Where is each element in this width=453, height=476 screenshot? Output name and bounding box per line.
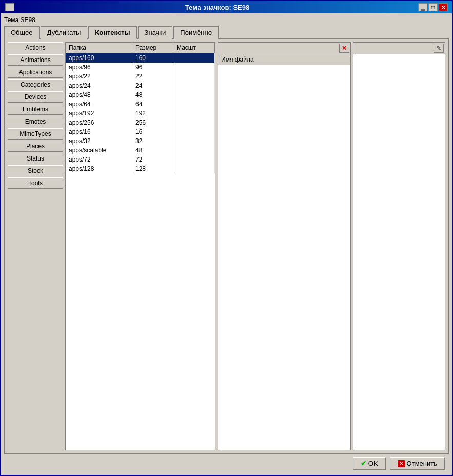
table-row[interactable]: apps/2424 [66, 81, 215, 90]
cell-size: 160 [132, 53, 173, 63]
cell-size: 128 [132, 164, 173, 173]
cell-folder: apps/22 [66, 72, 132, 81]
window-label: Тема SE98 [4, 16, 449, 24]
cell-folder: apps/scalable [66, 146, 132, 155]
thumbnail-content [353, 54, 445, 450]
content-area: Тема SE98 Общее Дубликаты Контексты Знач… [1, 13, 452, 475]
cell-folder: apps/48 [66, 90, 132, 100]
table-row[interactable]: apps/7272 [66, 155, 215, 164]
cell-folder: apps/128 [66, 164, 132, 173]
tab-contexts[interactable]: Контексты [88, 26, 136, 39]
tab-named[interactable]: Поимённо [173, 26, 219, 39]
main-area: Actions Animations Applications Categori… [8, 42, 445, 450]
table-row[interactable]: apps/scalable48 [66, 146, 215, 155]
folder-table: Папка Размер Масшт apps/160160apps/9696a… [65, 42, 215, 450]
cell-folder: apps/64 [66, 100, 132, 109]
cell-folder: apps/96 [66, 63, 132, 72]
cell-size: 96 [132, 63, 173, 72]
cell-size: 72 [132, 155, 173, 164]
cell-folder: apps/16 [66, 127, 132, 136]
cell-size: 32 [132, 136, 173, 146]
cell-size: 48 [132, 90, 173, 100]
ok-icon: ✔ [361, 460, 366, 467]
sidebar-item-stock[interactable]: Stock [8, 165, 63, 176]
cell-folder: apps/24 [66, 81, 132, 90]
sidebar-item-categories[interactable]: Categories [8, 79, 63, 90]
cell-size: 22 [132, 72, 173, 81]
tab-duplicates[interactable]: Дубликаты [41, 26, 88, 39]
table-body: apps/160160apps/9696apps/2222apps/2424ap… [66, 53, 215, 450]
titlebar-controls: ▁ □ ✕ [418, 3, 448, 11]
cell-scale [173, 63, 215, 72]
titlebar: Тема значков: SE98 ▁ □ ✕ [1, 1, 452, 13]
cell-size: 192 [132, 109, 173, 118]
maximize-button[interactable]: □ [428, 3, 438, 11]
sidebar-item-mimetypes[interactable]: MimeTypes [8, 128, 63, 140]
table-row[interactable]: apps/9696 [66, 63, 215, 72]
table-row[interactable]: apps/3232 [66, 136, 215, 146]
ok-button[interactable]: ✔ OK [353, 457, 386, 470]
thumbnail-toolbar: ✎ [353, 43, 445, 54]
ok-label: OK [368, 460, 378, 467]
cell-folder: apps/192 [66, 109, 132, 118]
file-header: Имя файла [218, 54, 350, 65]
cell-scale [173, 155, 215, 164]
tab-icons[interactable]: Значки [138, 26, 173, 39]
cell-size: 48 [132, 146, 173, 155]
clear-icon: ✕ [342, 45, 347, 52]
window-icon [5, 3, 14, 11]
thumbnail-panel: ✎ [353, 42, 445, 450]
cell-scale [173, 109, 215, 118]
table-row[interactable]: apps/1616 [66, 127, 215, 136]
clear-button[interactable]: ✕ [339, 44, 349, 53]
table-row[interactable]: apps/160160 [66, 53, 215, 63]
col-header-folder: Папка [66, 43, 132, 53]
cell-scale [173, 146, 215, 155]
sidebar-item-animations[interactable]: Animations [8, 54, 63, 66]
col-header-size: Размер [132, 43, 173, 53]
edit-icon-button[interactable]: ✎ [434, 44, 444, 53]
file-toolbar: ✕ [218, 43, 350, 54]
sidebar-item-devices[interactable]: Devices [8, 91, 63, 103]
tab-panel-contexts: Actions Animations Applications Categori… [4, 38, 449, 454]
tab-general[interactable]: Общее [4, 26, 40, 39]
cancel-button[interactable]: ✕ Отменить [390, 457, 445, 470]
cell-scale [173, 136, 215, 146]
file-panel: ✕ Имя файла [218, 42, 351, 450]
cancel-icon: ✕ [398, 460, 405, 467]
cell-scale [173, 81, 215, 90]
cell-scale [173, 90, 215, 100]
table-row[interactable]: apps/4848 [66, 90, 215, 100]
table-row[interactable]: apps/6464 [66, 100, 215, 109]
cell-size: 16 [132, 127, 173, 136]
cell-scale [173, 100, 215, 109]
cell-scale [173, 127, 215, 136]
sidebar-item-status[interactable]: Status [8, 153, 63, 164]
sidebar-item-actions[interactable]: Actions [8, 42, 63, 53]
minimize-button[interactable]: ▁ [418, 3, 427, 11]
sidebar-item-applications[interactable]: Applications [8, 67, 63, 78]
edit-icon: ✎ [436, 45, 441, 52]
col-header-scale: Масшт [173, 43, 215, 53]
sidebar-item-emotes[interactable]: Emotes [8, 116, 63, 127]
cell-folder: apps/32 [66, 136, 132, 146]
cell-folder: apps/72 [66, 155, 132, 164]
bottom-bar: ✔ OK ✕ Отменить [4, 454, 449, 472]
table-row[interactable]: apps/2222 [66, 72, 215, 81]
cell-scale [173, 118, 215, 127]
cell-size: 24 [132, 81, 173, 90]
table-row[interactable]: apps/256256 [66, 118, 215, 127]
table-row[interactable]: apps/128128 [66, 164, 215, 173]
window-title: Тема значков: SE98 [16, 4, 418, 11]
table-row[interactable]: apps/192192 [66, 109, 215, 118]
cell-scale [173, 53, 215, 63]
close-button[interactable]: ✕ [439, 3, 448, 11]
cell-scale [173, 164, 215, 173]
table-header: Папка Размер Масшт [66, 43, 215, 53]
sidebar-item-tools[interactable]: Tools [8, 177, 63, 189]
file-list [218, 65, 350, 450]
sidebar-item-emblems[interactable]: Emblems [8, 104, 63, 115]
main-window: Тема значков: SE98 ▁ □ ✕ Тема SE98 Общее… [0, 0, 453, 476]
cell-folder: apps/256 [66, 118, 132, 127]
sidebar-item-places[interactable]: Places [8, 141, 63, 152]
